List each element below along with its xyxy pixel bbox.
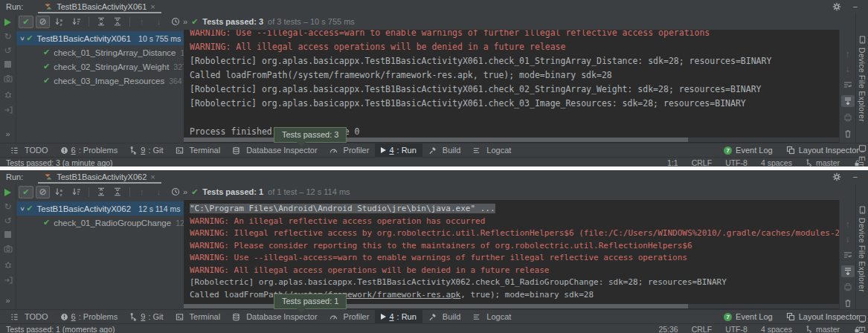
attach-debugger-icon[interactable] <box>4 90 13 99</box>
screenshot-icon[interactable] <box>4 74 13 83</box>
tool-window-button-logcat[interactable]: Logcat <box>466 310 517 323</box>
soft-wrap-icon[interactable] <box>841 249 855 261</box>
tool-window-button-problems[interactable]: 6: Problems <box>54 310 124 323</box>
test-tree-row[interactable]: check_03_Image_Resources 364 ms <box>16 74 184 88</box>
next-failed-test-button[interactable]: ↓ <box>152 16 167 28</box>
tool-window-button-database-inspector[interactable]: Database Inspector <box>226 143 323 157</box>
layout-inspector-button[interactable]: Layout Inspector <box>786 146 859 155</box>
test-tree-row[interactable]: check_01_StringArray_Distance 10 s 64 ms <box>16 45 184 59</box>
clear-console-icon[interactable] <box>841 128 855 140</box>
sort-alphabetically-button[interactable]: az <box>52 186 67 198</box>
run-tab[interactable]: TestB1BasicActivityX061 <box>38 0 161 13</box>
previous-failed-test-button[interactable]: ↑ <box>135 16 150 28</box>
down-stack-trace-icon[interactable]: ↓ <box>846 234 850 245</box>
rerun-button[interactable] <box>4 189 11 196</box>
collapse-all-button[interactable] <box>110 16 125 28</box>
scrollbar-thumb[interactable] <box>184 138 688 142</box>
git-branch[interactable]: master <box>806 325 840 333</box>
tool-window-button-profiler[interactable]: Profiler <box>324 143 376 157</box>
file-encoding[interactable]: UTF-8 <box>725 158 748 166</box>
tool-window-button-todo[interactable]: TODO <box>4 310 54 323</box>
screenshot-icon[interactable] <box>4 245 13 253</box>
tool-window-button-build[interactable]: Build <box>422 310 466 323</box>
sort-by-duration-button[interactable] <box>69 16 84 28</box>
scrollbar-thumb[interactable] <box>184 304 688 308</box>
tool-window-button-database-inspector[interactable]: Database Inspector <box>226 310 323 323</box>
console-output[interactable]: WARNING: Use --illegal-access=warn to en… <box>184 30 839 143</box>
tool-window-button-terminal[interactable]: Terminal <box>170 310 227 323</box>
device-file-explorer-button[interactable]: Device File Explorer <box>858 206 867 292</box>
lock-icon[interactable] <box>853 159 861 167</box>
attach-debugger-icon[interactable] <box>4 260 13 269</box>
indent-setting[interactable]: 4 spaces <box>761 325 792 333</box>
tool-window-button-git[interactable]: 9: Git <box>123 310 169 323</box>
test-tree-row[interactable]: check_02_StringArray_Weight 327 ms <box>16 59 184 74</box>
event-log-button[interactable]: 7Event Log <box>724 312 773 321</box>
git-branch[interactable]: master <box>806 158 840 166</box>
toggle-auto-test-icon[interactable]: ↺ <box>4 217 11 224</box>
up-stack-trace-icon[interactable]: ↑ <box>846 219 850 230</box>
down-stack-trace-icon[interactable]: ↓ <box>846 64 850 74</box>
sort-alphabetically-button[interactable]: az <box>52 16 67 28</box>
tool-window-button-build[interactable]: Build <box>422 143 466 157</box>
device-file-explorer-button[interactable]: Device File Explorer <box>858 36 867 122</box>
toggle-auto-test-icon[interactable]: ↺ <box>4 47 11 54</box>
print-icon[interactable] <box>841 111 855 123</box>
tool-window-button-profiler[interactable]: Profiler <box>324 310 376 323</box>
layout-inspector-button[interactable]: Layout Inspector <box>786 312 859 321</box>
run-tab[interactable]: TestB1BasicActivityX062 <box>38 170 161 184</box>
tool-window-button-git[interactable]: 9: Git <box>123 143 169 157</box>
indent-setting[interactable]: 4 spaces <box>761 158 792 166</box>
stop-icon[interactable] <box>4 61 11 68</box>
test-history-icon[interactable] <box>168 16 183 28</box>
rerun-button[interactable] <box>4 19 11 26</box>
expand-all-button[interactable] <box>94 186 109 198</box>
event-log-button[interactable]: 7Event Log <box>724 146 773 155</box>
soft-wrap-icon[interactable] <box>841 79 855 91</box>
scroll-to-end-icon[interactable] <box>841 265 855 277</box>
import-test-results-icon[interactable] <box>4 106 13 114</box>
tool-window-button-terminal[interactable]: Terminal <box>170 143 227 157</box>
caret-position[interactable]: 1:1 <box>667 158 678 166</box>
more-options-icon[interactable]: » <box>5 296 10 305</box>
rerun-failed-tests-icon[interactable]: ↻ <box>4 33 11 40</box>
close-icon[interactable] <box>150 172 155 181</box>
tool-window-button-problems[interactable]: 6: Problems <box>54 143 124 157</box>
show-ignored-button[interactable] <box>36 16 51 28</box>
test-tree-root-row[interactable]: TestB1BasicActivityX062 (org.aplas.t 12 … <box>16 201 184 216</box>
tool-window-button-logcat[interactable]: Logcat <box>466 143 517 157</box>
import-test-results-icon[interactable] <box>4 276 13 285</box>
test-history-icon[interactable] <box>168 186 183 198</box>
sort-by-duration-button[interactable] <box>69 186 84 198</box>
settings-gear-icon[interactable] <box>832 2 841 11</box>
show-passed-button[interactable] <box>19 16 33 28</box>
rerun-failed-tests-icon[interactable]: ↻ <box>4 203 11 210</box>
chevron-down-icon[interactable] <box>19 36 26 40</box>
stop-icon[interactable] <box>4 231 11 238</box>
test-tree-row[interactable]: check_01_RadioGroupChange 12 s 114 ms <box>16 216 184 230</box>
file-encoding[interactable]: UTF-8 <box>725 325 748 333</box>
expand-all-button[interactable] <box>94 16 109 28</box>
next-failed-test-button[interactable]: ↓ <box>152 186 167 198</box>
hide-window-icon[interactable]: − <box>853 2 858 11</box>
tool-window-button-todo[interactable]: TODO <box>4 143 54 157</box>
print-icon[interactable] <box>841 282 855 294</box>
caret-position[interactable]: 25:36 <box>658 325 678 333</box>
test-tree-root-row[interactable]: TestB1BasicActivityX061 (org.aplas.t 10 … <box>16 31 184 45</box>
lock-icon[interactable] <box>853 326 861 333</box>
line-ending[interactable]: CRLF <box>692 325 712 333</box>
show-ignored-button[interactable] <box>36 186 51 198</box>
close-icon[interactable] <box>150 2 155 11</box>
hide-window-icon[interactable]: − <box>853 172 858 181</box>
collapse-all-button[interactable] <box>110 186 125 198</box>
more-options-icon[interactable]: » <box>5 129 10 138</box>
chevron-down-icon[interactable] <box>19 207 26 210</box>
tool-window-button-run[interactable]: 4: Run <box>375 310 422 323</box>
clear-console-icon[interactable] <box>841 297 855 309</box>
tool-window-button-run[interactable]: 4: Run <box>375 143 422 157</box>
previous-failed-test-button[interactable]: ↑ <box>135 186 150 198</box>
scroll-to-end-icon[interactable] <box>841 95 855 107</box>
line-ending[interactable]: CRLF <box>692 158 712 166</box>
show-passed-button[interactable] <box>19 186 33 198</box>
settings-gear-icon[interactable] <box>832 172 841 181</box>
